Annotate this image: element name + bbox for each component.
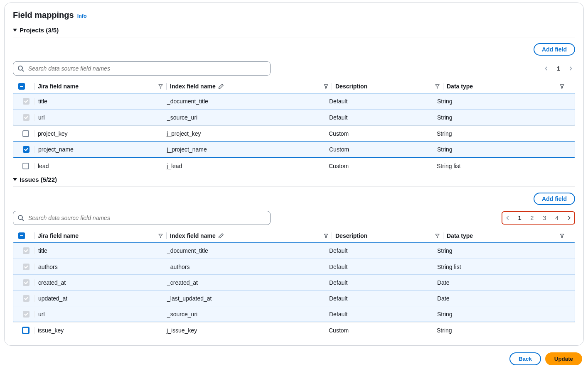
column-header-jira[interactable]: Jira field name <box>38 83 167 90</box>
description: Custom <box>329 327 349 334</box>
data-type: String <box>437 130 452 137</box>
jira-field-name: title <box>38 98 47 105</box>
filter-icon[interactable] <box>324 234 328 238</box>
jira-field-name: created_at <box>38 279 66 286</box>
data-type-cell: Date <box>437 295 571 302</box>
section-title: Projects (3/5) <box>20 27 59 34</box>
pager-page[interactable]: 1 <box>517 214 523 222</box>
data-type-cell: String <box>437 311 571 318</box>
caret-down-icon <box>13 178 17 181</box>
update-button[interactable]: Update <box>545 352 582 365</box>
data-type-cell: String <box>437 130 571 137</box>
row-checkbox[interactable] <box>23 146 30 153</box>
add-field-button[interactable]: Add field <box>534 43 575 56</box>
table-row: project_keyj_project_keyCustomString <box>13 125 575 141</box>
index-field-name-cell: _source_uri <box>167 311 329 318</box>
row-checkbox[interactable] <box>22 163 29 169</box>
data-type: String <box>437 114 453 121</box>
add-field-button[interactable]: Add field <box>534 193 575 205</box>
pager-next-icon[interactable] <box>568 66 573 71</box>
jira-field-name: lead <box>38 163 49 169</box>
jira-field-name-cell: url <box>38 311 167 318</box>
table-row: url_source_uriDefaultString <box>13 306 575 322</box>
pager-next-icon[interactable] <box>566 215 572 221</box>
column-header-description[interactable]: Description <box>335 83 443 90</box>
checkbox-cell <box>17 146 35 153</box>
row-checkbox[interactable] <box>22 327 29 334</box>
caret-down-icon <box>13 29 17 32</box>
column-header-datatype[interactable]: Data type <box>447 232 568 239</box>
column-header-index[interactable]: Index field name <box>170 232 332 239</box>
back-button[interactable]: Back <box>509 352 541 365</box>
column-label: Data type <box>447 232 473 239</box>
data-type: String <box>437 311 453 318</box>
pager-prev-icon[interactable] <box>544 66 549 71</box>
description-cell: Custom <box>329 163 437 169</box>
index-field-name: j_project_name <box>167 146 207 153</box>
description-cell: Default <box>329 98 437 105</box>
jira-field-name: title <box>38 247 47 254</box>
select-all-checkbox[interactable] <box>18 83 25 90</box>
jira-field-name: project_key <box>38 130 68 137</box>
row-checkbox[interactable] <box>23 247 30 254</box>
column-label: Description <box>335 83 367 90</box>
row-checkbox[interactable] <box>23 295 30 302</box>
description: Default <box>329 264 347 270</box>
filter-icon[interactable] <box>158 84 163 89</box>
edit-icon[interactable] <box>218 233 224 239</box>
column-header-jira[interactable]: Jira field name <box>38 232 167 239</box>
info-link[interactable]: Info <box>77 13 87 19</box>
pager: 1234 <box>502 211 575 225</box>
description: Default <box>329 295 347 302</box>
table-row: issue_keyj_issue_keyCustomString <box>13 322 575 338</box>
section-header-issues[interactable]: Issues (5/22) <box>13 173 575 187</box>
panel-header: Field mappings Info <box>13 10 575 20</box>
index-field-name-cell: j_lead <box>167 163 329 169</box>
description: Custom <box>329 146 349 153</box>
index-field-name: _authors <box>167 264 189 270</box>
filter-icon[interactable] <box>324 84 328 89</box>
column-label: Jira field name <box>38 232 79 239</box>
row-checkbox[interactable] <box>23 98 30 105</box>
checkbox-cell <box>17 163 34 169</box>
pager-page[interactable]: 1 <box>555 64 562 73</box>
data-type-cell: String <box>437 114 571 121</box>
table-header: Jira field nameIndex field nameDescripti… <box>13 80 575 93</box>
column-header-datatype[interactable]: Data type <box>447 83 568 90</box>
pager-page[interactable]: 4 <box>554 214 560 222</box>
pager-page[interactable]: 2 <box>529 214 536 222</box>
jira-field-name: url <box>38 311 45 318</box>
row-checkbox[interactable] <box>23 114 30 121</box>
search-input[interactable] <box>27 65 266 72</box>
data-type: String <box>437 146 453 153</box>
row-checkbox[interactable] <box>22 130 29 137</box>
edit-icon[interactable] <box>218 83 224 89</box>
mapping-table: Jira field nameIndex field nameDescripti… <box>13 80 575 173</box>
table-row: leadj_leadCustomString list <box>13 158 575 173</box>
column-header-index[interactable]: Index field name <box>170 83 332 90</box>
pager-prev-icon[interactable] <box>505 215 511 221</box>
search-box[interactable] <box>13 61 271 76</box>
index-field-name-cell: j_project_name <box>167 146 329 153</box>
search-input[interactable] <box>27 214 266 222</box>
pager-page[interactable]: 3 <box>541 214 548 222</box>
jira-field-name-cell: project_key <box>38 130 167 137</box>
search-box[interactable] <box>13 211 271 225</box>
checkbox-cell <box>17 279 35 286</box>
column-label: Jira field name <box>38 83 79 90</box>
search-icon <box>17 65 24 72</box>
column-header-description[interactable]: Description <box>335 232 443 239</box>
row-checkbox[interactable] <box>23 311 30 318</box>
jira-field-name-cell: lead <box>38 163 167 169</box>
filter-icon[interactable] <box>560 84 564 89</box>
filter-icon[interactable] <box>560 234 564 238</box>
row-checkbox[interactable] <box>23 264 30 270</box>
row-checkbox[interactable] <box>23 279 30 286</box>
index-field-name-cell: _created_at <box>167 279 329 286</box>
filter-icon[interactable] <box>435 234 440 238</box>
section-header-projects[interactable]: Projects (3/5) <box>13 24 575 37</box>
filter-icon[interactable] <box>435 84 440 89</box>
filter-icon[interactable] <box>158 234 163 238</box>
select-all-checkbox[interactable] <box>18 232 25 239</box>
section-title: Issues (5/22) <box>20 176 57 183</box>
